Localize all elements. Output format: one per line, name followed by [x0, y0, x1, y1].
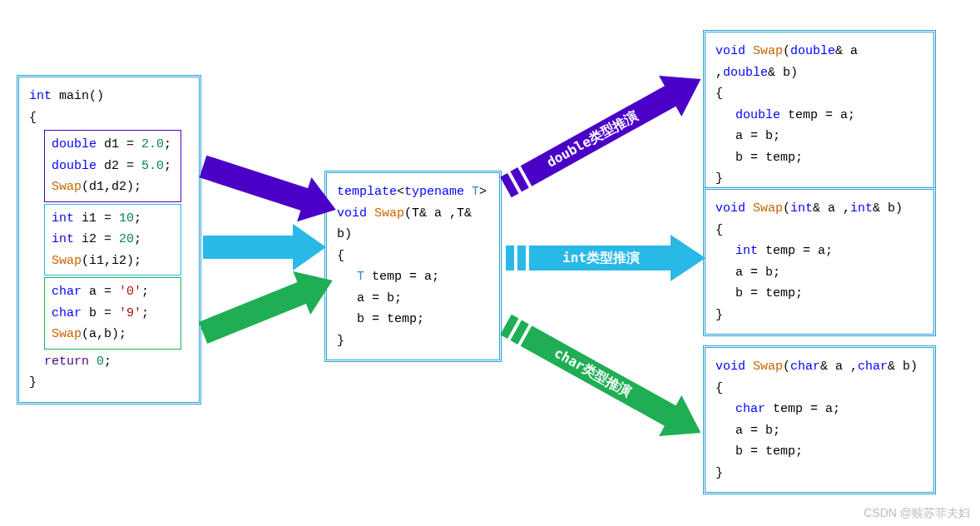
line: Swap(a,b); — [52, 324, 174, 345]
line: a = b; — [735, 262, 923, 284]
line: double d1 = 2.0; — [52, 134, 174, 156]
brace: } — [715, 463, 923, 484]
line: a = b; — [735, 420, 923, 442]
brace: { — [715, 220, 923, 241]
watermark: CSDN @赎苏菲夫妇 — [864, 506, 970, 521]
line: int i1 = 10; — [52, 208, 174, 230]
arrow-label-char: char类型推演 — [543, 339, 641, 408]
line: int i2 = 20; — [52, 229, 174, 251]
line: template<typename T> — [337, 181, 489, 203]
line: b = temp; — [735, 441, 923, 463]
fn-main: main — [59, 89, 89, 103]
double-code-box: void Swap(double& a ,double& b) { double… — [703, 30, 936, 201]
template-code-box: template<typename T> void Swap(T& a ,T& … — [324, 171, 502, 362]
line: Swap(d1,d2); — [52, 176, 174, 198]
line: void Swap(T& a ,T& b) — [337, 203, 489, 246]
line: T temp = a; — [357, 266, 489, 288]
brace-close: } — [29, 372, 189, 394]
kw-int: int — [29, 89, 52, 103]
line: b = temp; — [357, 309, 489, 330]
int-code-box: void Swap(int& a ,int& b) { int temp = a… — [703, 187, 936, 336]
main-sig: int main() — [29, 86, 189, 107]
line: b = temp; — [735, 283, 923, 305]
line: a = b; — [735, 126, 923, 147]
line: void Swap(double& a ,double& b) — [715, 41, 923, 83]
char-code-box: void Swap(char& a ,char& b) { char temp … — [703, 345, 936, 494]
line: Swap(i1,i2); — [52, 251, 174, 272]
block-char: char a = '0'; char b = '9'; Swap(a,b); — [44, 277, 181, 350]
line: char a = '0'; — [52, 281, 174, 303]
brace: } — [337, 330, 489, 352]
brace: { — [337, 246, 489, 267]
block-int: int i1 = 10; int i2 = 20; Swap(i1,i2); — [44, 204, 181, 276]
line: void Swap(char& a ,char& b) — [715, 356, 923, 378]
return-line: return 0; — [44, 351, 189, 373]
brace: { — [715, 83, 923, 105]
line: int temp = a; — [735, 241, 923, 262]
line: double temp = a; — [735, 105, 923, 127]
brace: { — [715, 378, 923, 399]
line: char temp = a; — [735, 399, 923, 420]
line: void Swap(int& a ,int& b) — [715, 198, 923, 220]
arrow-label-int: int类型推演 — [556, 246, 646, 270]
line: double d2 = 5.0; — [52, 156, 174, 177]
arrow-label-double: double类型推演 — [537, 102, 649, 178]
line: a = b; — [357, 288, 489, 310]
main-code-box: int main() { double d1 = 2.0; double d2 … — [17, 75, 201, 404]
brace-open: { — [29, 107, 189, 129]
line: b = temp; — [735, 147, 923, 169]
brace: } — [715, 305, 923, 326]
line: char b = '9'; — [52, 303, 174, 325]
brace: } — [715, 168, 923, 190]
block-double: double d1 = 2.0; double d2 = 5.0; Swap(d… — [44, 130, 181, 202]
